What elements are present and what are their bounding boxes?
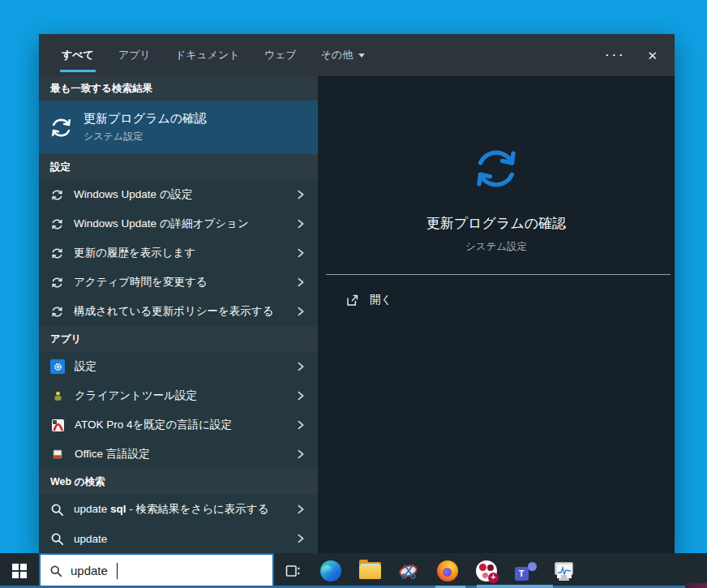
tab-more[interactable]: その他 (321, 34, 366, 76)
taskbar-item-system-monitor[interactable] (545, 553, 584, 588)
setting-result-item[interactable]: Windows Update の詳細オプション (39, 209, 318, 238)
search-icon (50, 503, 64, 517)
result-label: 更新の履歴を表示します (74, 246, 195, 260)
settings-section-header: 設定 (39, 154, 318, 180)
web-result-item[interactable]: update sql - 検索結果をさらに表示する (39, 495, 318, 524)
office-language-icon (50, 447, 65, 461)
preview-subtitle: システム設定 (465, 240, 527, 254)
result-label: Windows Update の設定 (74, 187, 193, 202)
sync-icon (50, 247, 64, 260)
sync-icon (50, 305, 64, 319)
system-monitor-icon (555, 561, 574, 581)
best-match-item[interactable]: 更新プログラムの確認 システム設定 (39, 101, 318, 154)
taskbar-item-file-explorer[interactable] (350, 553, 389, 588)
more-options-button[interactable]: ･･･ (604, 49, 625, 62)
sync-icon (50, 188, 64, 202)
text-cursor (117, 563, 118, 579)
search-input-value: update (71, 564, 108, 577)
tab-documents[interactable]: ドキュメント (175, 34, 240, 76)
windows-logo-icon (12, 564, 27, 578)
result-label: Windows Update の詳細オプション (74, 217, 249, 231)
result-label: クライアントツール設定 (75, 388, 197, 403)
result-label: ATOK Pro 4を既定の言語に設定 (75, 418, 232, 432)
tab-all[interactable]: すべて (62, 34, 94, 76)
file-explorer-icon (359, 562, 381, 579)
chevron-right-icon[interactable] (295, 361, 306, 372)
snipping-tool-icon (398, 561, 419, 581)
chevron-right-icon[interactable] (295, 189, 306, 200)
chevron-right-icon[interactable] (295, 504, 306, 515)
preview-title: 更新プログラムの確認 (426, 214, 566, 233)
result-label: update sql - 検索結果をさらに表示する (74, 502, 268, 517)
chevron-right-icon[interactable] (295, 449, 306, 460)
setting-result-item[interactable]: 構成されている更新ポリシーを表示する (39, 297, 318, 326)
result-label: アクティブ時間を変更する (74, 275, 208, 290)
app-result-item[interactable]: ATOK Pro 4を既定の言語に設定 (39, 410, 318, 440)
sync-icon (50, 217, 64, 231)
taskbar: update + T (0, 553, 707, 588)
open-external-icon (345, 294, 359, 307)
app-result-item[interactable]: クライアントツール設定 (39, 381, 318, 410)
close-button[interactable]: ✕ (647, 49, 658, 62)
result-label: 設定 (75, 359, 96, 374)
chevron-right-icon[interactable] (295, 247, 306, 259)
setting-result-item[interactable]: Windows Update の設定 (39, 180, 318, 209)
edge-icon (320, 560, 341, 582)
best-match-subtitle: システム設定 (84, 130, 207, 144)
search-filter-tabs: すべて アプリ ドキュメント ウェブ その他 ･･･ ✕ (39, 34, 675, 76)
screen-corner-strip (685, 583, 707, 588)
tab-web[interactable]: ウェブ (264, 34, 297, 76)
settings-gear-icon (50, 359, 65, 374)
search-flyout: すべて アプリ ドキュメント ウェブ その他 ･･･ ✕ 最も一致する検索結果 … (39, 34, 675, 553)
result-label: update (74, 533, 107, 545)
preview-pane: 更新プログラムの確認 システム設定 開く (318, 76, 675, 553)
setting-result-item[interactable]: アクティブ時間を変更する (39, 268, 318, 297)
app-result-item[interactable]: Office 言語設定 (39, 440, 318, 469)
taskbar-search-input[interactable]: update (39, 553, 274, 588)
atok-icon (50, 418, 65, 432)
apps-section-header: アプリ (39, 326, 318, 352)
sync-icon (50, 276, 64, 290)
plus-badge: + (488, 573, 499, 583)
sync-icon-large (470, 143, 522, 195)
app-result-item[interactable]: 設定 (39, 352, 318, 381)
red-circle-app-icon: + (476, 560, 497, 582)
search-icon (49, 564, 62, 577)
teams-icon: T (515, 561, 537, 581)
firefox-icon (437, 560, 458, 582)
search-icon (50, 532, 64, 546)
best-match-header: 最も一致する検索結果 (39, 76, 318, 101)
chevron-down-icon (358, 54, 365, 58)
taskbar-item-firefox[interactable] (428, 553, 467, 588)
taskbar-item-edge[interactable] (311, 553, 350, 588)
chevron-right-icon[interactable] (295, 277, 306, 288)
open-label: 開く (370, 293, 392, 307)
client-tools-icon (50, 388, 65, 403)
chevron-right-icon[interactable] (295, 533, 306, 544)
taskbar-item-teams[interactable]: T (506, 553, 545, 588)
setting-result-item[interactable]: 更新の履歴を表示します (39, 238, 318, 268)
task-view-button[interactable] (274, 553, 311, 588)
taskbar-item-red-circle-app[interactable]: + (467, 553, 506, 588)
open-action[interactable]: 開く (318, 284, 675, 316)
web-result-item[interactable]: update (39, 524, 318, 553)
chevron-right-icon[interactable] (295, 218, 306, 230)
task-view-icon (285, 563, 301, 579)
preview-divider (326, 274, 671, 275)
chevron-right-icon[interactable] (295, 419, 306, 431)
web-section-header: Web の検索 (39, 469, 318, 495)
running-apps-indicator (477, 585, 553, 588)
search-results-list: 最も一致する検索結果 更新プログラムの確認 システム設定 設定 Windows … (39, 76, 318, 553)
result-label: 構成されている更新ポリシーを表示する (74, 304, 273, 319)
result-label: Office 言語設定 (75, 447, 150, 461)
best-match-title: 更新プログラムの確認 (84, 111, 207, 127)
chevron-right-icon[interactable] (295, 390, 306, 401)
tab-apps[interactable]: アプリ (118, 34, 151, 76)
chevron-right-icon[interactable] (295, 306, 306, 317)
taskbar-item-snipping-tool[interactable] (389, 553, 428, 588)
start-button[interactable] (0, 553, 39, 588)
sync-icon (49, 115, 74, 140)
